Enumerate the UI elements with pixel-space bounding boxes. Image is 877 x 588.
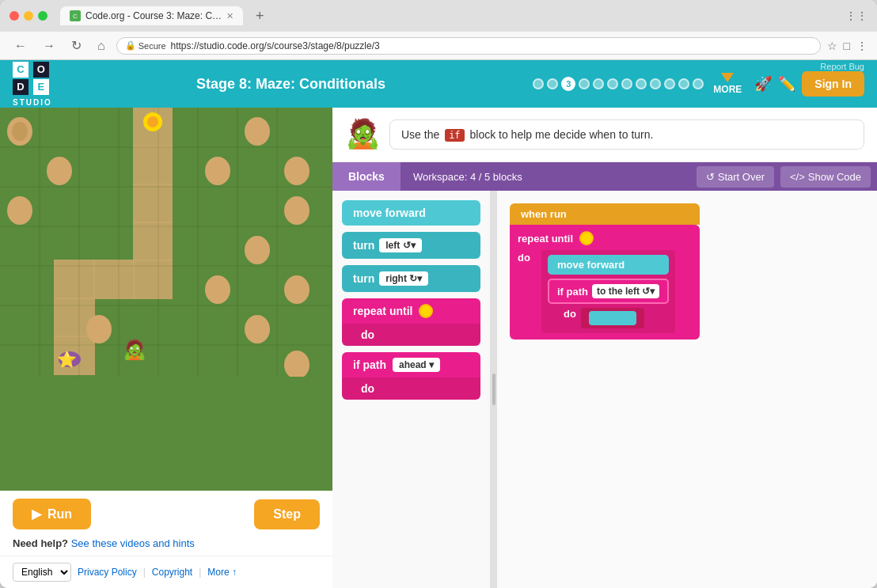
footer-sep-1: | [143,567,146,578]
maximize-button[interactable] [38,11,47,21]
help-link[interactable]: See these videos and hints [71,537,195,549]
minimize-button[interactable] [24,11,33,21]
logo-studio: STUDIO [13,98,52,107]
if-path-dropdown[interactable]: ahead▾ [393,358,440,372]
help-bold: Need help? [13,537,68,549]
back-button[interactable]: ← [9,37,32,55]
puzzle-dot-8[interactable] [636,78,647,89]
report-bug-link[interactable]: Report Bug [820,62,864,71]
game-canvas: 🧟 ⭐ [0,108,332,491]
refresh-icon: ↺ [706,171,715,183]
repeat-until-ws-block[interactable]: repeat until do move forward [510,225,700,340]
puzzle-dot-7[interactable] [621,78,632,89]
language-select[interactable]: English [13,563,71,582]
zombie-avatar: 🧟 [345,117,380,152]
puzzle-dot-10[interactable] [664,78,675,89]
if-path-block[interactable]: if path ahead▾ do [342,352,480,400]
puzzle-dot-9[interactable] [650,78,661,89]
instruction-text-after: block to help me decide when to turn. [469,128,653,141]
when-run-block: when run [510,203,700,225]
puzzle-dot-3-active[interactable]: 3 [561,77,575,91]
svg-point-26 [47,157,72,185]
svg-point-29 [7,196,32,225]
turn-right-dropdown[interactable]: right ↻▾ [379,271,428,286]
instruction-text-before: Use the [401,128,439,141]
help-text: Need help? See these videos and hints [0,537,332,556]
player-character: 🧟 [123,339,146,361]
more-button[interactable]: MORE [713,73,742,95]
puzzle-dot-4[interactable] [579,78,590,89]
forward-button[interactable]: → [38,37,60,55]
ws-inner-blocks: move forward if path to the left ↺▾ [541,250,675,333]
show-code-button[interactable]: </> Show Code [780,166,871,188]
traffic-lights [9,11,47,21]
close-button[interactable] [9,11,19,21]
game-grid [0,108,332,377]
start-over-button[interactable]: ↺ Start Over [697,166,774,188]
workspace-toolbar: Blocks Workspace: 4 / 5 blocks ↺ Start O… [332,162,877,191]
secure-badge: 🔒 Secure [125,40,166,51]
address-bar[interactable]: 🔒 Secure https://studio.code.org/s/cours… [116,37,821,55]
app-content: C O D E STUDIO Stage 8: Maze: Conditiona… [0,60,877,588]
privacy-link[interactable]: Privacy Policy [78,567,137,578]
lock-icon: 🔒 [125,40,136,51]
bookmark-icon[interactable]: ☆ [827,40,837,52]
puzzle-dot-1[interactable] [533,78,544,89]
svg-point-30 [284,196,309,225]
logo-e: E [33,79,49,95]
stage-title: Stage 8: Maze: Conditionals [65,76,518,93]
home-button[interactable]: ⌂ [93,37,110,55]
svg-point-35 [245,315,270,343]
step-button[interactable]: Step [254,499,320,529]
reload-button[interactable]: ↻ [66,36,86,55]
ws-move-forward[interactable]: move forward [548,255,669,275]
ws-if-path-block[interactable]: if path to the left ↺▾ [548,279,669,304]
puzzle-dot-12[interactable] [693,78,704,89]
turn-left-dropdown[interactable]: left ↺▾ [379,238,421,252]
tab-close-icon[interactable]: ✕ [226,11,233,21]
workspace-canvas[interactable]: when run repeat until [497,191,877,588]
workspace-panel: 🧟 Use the if block to help me decide whe… [332,108,877,588]
browser-titlebar: C Code.org - Course 3: Maze: C… ✕ + ⋮⋮ [0,0,877,32]
svg-rect-2 [133,146,173,185]
rocket-button[interactable]: 🚀 [754,75,772,93]
move-forward-block[interactable]: move forward [342,200,480,226]
extension-icon[interactable]: □ [844,40,850,52]
puzzle-dot-2[interactable] [547,78,558,89]
blocks-area: move forward turn left ↺▾ turn [332,191,877,588]
turn-right-block[interactable]: turn right ↻▾ [342,265,480,292]
puzzle-dot-5[interactable] [593,78,604,89]
footer-sep-2: | [199,567,201,578]
svg-point-27 [205,157,230,185]
ws-inner-placeholder [589,311,636,325]
svg-point-25 [245,117,270,146]
more-link[interactable]: More ↑ [207,567,237,578]
new-tab-button[interactable]: + [256,8,264,25]
puzzle-dot-6[interactable] [607,78,618,89]
browser-tab[interactable]: C Code.org - Course 3: Maze: C… ✕ [60,6,243,25]
logo-grid: C O D E [13,62,52,95]
browser-toolbar: ← → ↻ ⌂ 🔒 Secure https://studio.code.org… [0,32,877,60]
pencil-button[interactable]: ✏️ [778,75,795,93]
path-dropdown-arrow: ↺▾ [642,286,655,297]
svg-point-24 [12,122,28,141]
svg-point-34 [86,315,112,343]
copyright-link[interactable]: Copyright [152,567,192,578]
turn-left-block[interactable]: turn left ↺▾ [342,232,480,259]
run-button[interactable]: ▶ Run [13,499,91,529]
ws-path-dropdown[interactable]: to the left ↺▾ [592,284,659,298]
tab-title: Code.org - Course 3: Maze: C… [85,10,222,21]
play-icon: ▶ [32,506,41,522]
menu-icon[interactable]: ⋮ [856,40,868,52]
ws-do2-row: do [548,308,669,328]
blocks-palette: move forward turn left ↺▾ turn [332,191,491,588]
blocks-tab[interactable]: Blocks [332,162,401,191]
move-forward-label: move forward [353,207,426,219]
repeat-until-block[interactable]: repeat until do [342,298,480,346]
svg-point-32 [205,275,230,304]
game-panel: 🧟 ⭐ ▶ Run Step Need help? See t [0,108,332,588]
svg-point-28 [284,157,309,185]
logo-c: C [13,62,28,78]
signin-button[interactable]: Sign In [802,71,864,97]
puzzle-dot-11[interactable] [678,78,689,89]
